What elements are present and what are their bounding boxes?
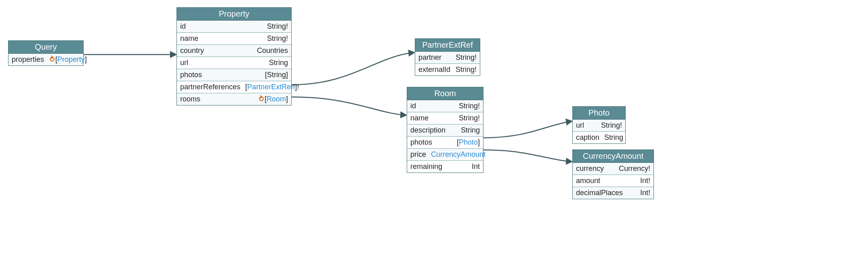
entity-currencyamount: CurrencyAmount currency Currency! amount… [572, 149, 654, 199]
entity-property-title: Property [177, 8, 291, 21]
field-property-id: id String! [177, 21, 291, 32]
field-type: ⥁[Property] [49, 55, 87, 64]
field-room-description: description String [407, 124, 483, 136]
field-property-country: country Countries [177, 44, 291, 57]
field-room-price: price CurrencyAmount [407, 148, 483, 160]
edge-property-to-room [291, 97, 406, 115]
field-name: properties [12, 55, 44, 64]
field-currencyamount-decimalplaces: decimalPlaces Int! [573, 187, 654, 199]
field-property-rooms: rooms ⥁[Room] [177, 93, 291, 105]
entity-room-title: Room [407, 87, 483, 100]
field-property-name: name String! [177, 32, 291, 44]
edge-room-to-photo [483, 121, 572, 138]
field-room-name: name String! [407, 112, 483, 124]
schema-diagram: { "colors": { "header_bg": "#5a8a94", "h… [0, 0, 868, 280]
field-photo-url: url String! [573, 120, 625, 131]
field-type: ⥁[Room] [258, 95, 288, 103]
field-type: [Photo] [457, 138, 480, 147]
entity-query-title: Query [8, 41, 83, 54]
field-photo-caption: caption String [573, 131, 625, 143]
pagination-icon: ⥁ [50, 56, 55, 63]
field-type: [PartnerExtRef!]! [245, 83, 299, 91]
field-currencyamount-currency: currency Currency! [573, 163, 654, 175]
entity-photo: Photo url String! caption String [572, 106, 626, 144]
pagination-icon: ⥁ [259, 95, 264, 103]
entity-photo-title: Photo [573, 107, 625, 120]
entity-partnerextref-title: PartnerExtRef [415, 39, 480, 52]
field-room-id: id String! [407, 100, 483, 112]
field-property-url: url String [177, 57, 291, 69]
field-property-photos: photos [String] [177, 69, 291, 81]
entity-partnerextref: PartnerExtRef partner String! externalId… [415, 38, 480, 76]
field-property-partnerreferences: partnerReferences [PartnerExtRef!]! [177, 81, 291, 93]
entity-currencyamount-title: CurrencyAmount [573, 150, 654, 163]
field-query-properties: properties ⥁[Property] [8, 54, 83, 65]
field-currencyamount-amount: amount Int! [573, 175, 654, 187]
edge-room-to-currencyamount [483, 150, 572, 162]
field-partnerextref-partner: partner String! [415, 52, 480, 63]
edge-property-to-partnerextref [291, 53, 414, 85]
entity-property: Property id String! name String! country… [177, 7, 292, 105]
field-room-remaining: remaining Int [407, 160, 483, 173]
field-partnerextref-externalid: externalId String! [415, 63, 480, 76]
entity-room: Room id String! name String! description… [407, 87, 483, 173]
field-room-photos: photos [Photo] [407, 136, 483, 148]
entity-query: Query properties ⥁[Property] [8, 40, 84, 66]
